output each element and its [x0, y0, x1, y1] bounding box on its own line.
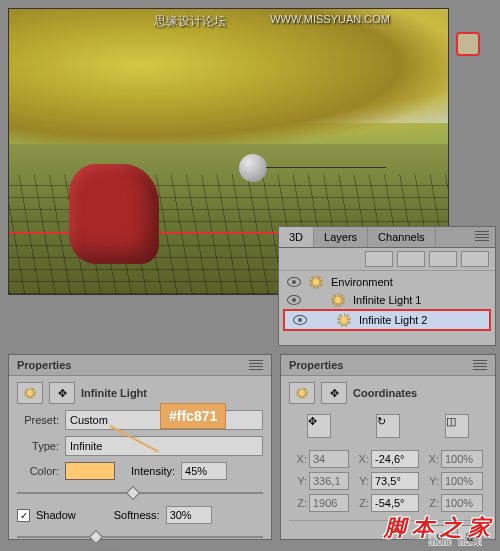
list-label: Environment	[331, 276, 393, 288]
transform-mode-icons: ✥ ↻ ◫	[289, 410, 487, 442]
color-swatch[interactable]	[65, 462, 115, 480]
list-label: Infinite Light 2	[359, 314, 428, 326]
filter-mesh-button[interactable]	[397, 251, 425, 267]
scale-tool-icon[interactable]: ◫	[445, 414, 469, 438]
pos-z-input[interactable]: 1906	[309, 494, 349, 512]
panel-header: Properties	[281, 355, 495, 376]
light-toggle-button[interactable]	[456, 32, 480, 56]
3d-panel: 3D Layers Channels Environment Infinite …	[278, 226, 496, 346]
scale-x-input[interactable]: 100%	[441, 450, 483, 468]
watermark-header: 思缘设计论坛	[154, 13, 226, 30]
panel-menu-icon[interactable]	[475, 231, 489, 241]
scale-y-input[interactable]: 100%	[441, 472, 483, 490]
visibility-icon[interactable]	[287, 295, 301, 305]
panel-menu-icon[interactable]	[473, 360, 487, 370]
3d-filter-toolbar	[279, 248, 495, 271]
coord-mode-button[interactable]: ✥	[321, 382, 347, 404]
visibility-icon[interactable]	[293, 315, 307, 325]
type-label: Type:	[17, 440, 59, 452]
softness-input[interactable]: 30%	[166, 506, 212, 524]
preset-label: Preset:	[17, 414, 59, 426]
tab-channels[interactable]: Channels	[368, 227, 435, 247]
intensity-slider[interactable]	[17, 486, 263, 500]
pos-y-input[interactable]: 336,1	[309, 472, 349, 490]
tab-layers[interactable]: Layers	[314, 227, 368, 247]
light-mode-button[interactable]	[17, 382, 43, 404]
visibility-icon[interactable]	[287, 277, 301, 287]
intensity-input[interactable]: 45%	[181, 462, 227, 480]
color-label: Color:	[17, 465, 59, 477]
rot-y-input[interactable]: 73,5°	[371, 472, 419, 490]
rot-z-input[interactable]: -54,5°	[371, 494, 419, 512]
shadow-label: Shadow	[36, 509, 76, 521]
light-mode-button[interactable]	[289, 382, 315, 404]
softness-slider[interactable]	[17, 530, 263, 544]
light-gizmo[interactable]	[239, 154, 267, 182]
tree-foliage	[9, 9, 448, 149]
softness-label: Softness:	[114, 509, 160, 521]
panel-title: Properties	[17, 359, 71, 371]
3d-scene-list: Environment Infinite Light 1 Infinite Li…	[279, 271, 495, 333]
subtitle: Infinite Light	[81, 387, 147, 399]
panel-tabs: 3D Layers Channels	[279, 227, 495, 248]
intensity-label: Intensity:	[131, 465, 175, 477]
rot-x-input[interactable]: -24,6°	[371, 450, 419, 468]
pos-x-input[interactable]: 34	[309, 450, 349, 468]
environment-icon	[309, 275, 323, 289]
subtitle: Coordinates	[353, 387, 417, 399]
watermark-sub: jiaozhong-in5教程	[411, 535, 491, 549]
coord-mode-button[interactable]: ✥	[49, 382, 75, 404]
type-dropdown[interactable]: Infinite	[65, 436, 263, 456]
hex-callout: #ffc871	[160, 403, 226, 429]
red-chair-object[interactable]	[69, 164, 159, 264]
panel-header: Properties	[9, 355, 271, 376]
shadow-checkbox[interactable]: ✓	[17, 509, 30, 522]
filter-material-button[interactable]	[429, 251, 457, 267]
light-icon	[337, 313, 351, 327]
list-item-light2[interactable]: Infinite Light 2	[283, 309, 491, 331]
light-direction-line	[266, 167, 386, 168]
tab-3d[interactable]: 3D	[279, 227, 314, 247]
coordinates-grid: X: 34 X: -24,6° X: 100% Y: 336,1 Y: 73,5…	[289, 450, 487, 512]
list-item-light1[interactable]: Infinite Light 1	[279, 291, 495, 309]
list-item-environment[interactable]: Environment	[279, 273, 495, 291]
panel-menu-icon[interactable]	[249, 360, 263, 370]
scale-z-input[interactable]: 100%	[441, 494, 483, 512]
properties-panel-left: Properties ✥ Infinite Light Preset: Cust…	[8, 354, 272, 540]
list-label: Infinite Light 1	[353, 294, 422, 306]
panel-title: Properties	[289, 359, 343, 371]
filter-light-button[interactable]	[461, 251, 489, 267]
filter-scene-button[interactable]	[365, 251, 393, 267]
light-icon	[331, 293, 345, 307]
watermark-url: WWW.MISSYUAN.COM	[270, 13, 390, 25]
move-tool-icon[interactable]: ✥	[307, 414, 331, 438]
rotate-tool-icon[interactable]: ↻	[376, 414, 400, 438]
